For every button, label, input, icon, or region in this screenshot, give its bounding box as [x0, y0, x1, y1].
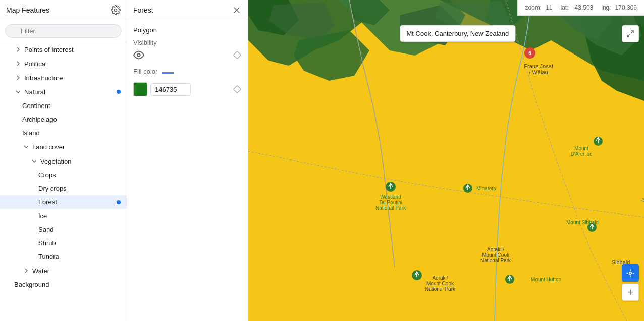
sidebar-item-tundra[interactable]: Tundra — [0, 250, 127, 263]
color-input-row — [133, 82, 242, 96]
tooltip-text: Mt Cook, Canterbury, New Zealand — [406, 30, 509, 37]
svg-text:6: 6 — [528, 50, 531, 56]
fullscreen-icon — [626, 30, 634, 38]
coord-bar: zoom: 11 lat: -43.503 lng: 170.306 — [517, 0, 644, 16]
svg-text:Mount Hutton: Mount Hutton — [531, 277, 561, 282]
zoom-label: zoom: — [525, 4, 542, 11]
zoom-in-button[interactable]: + — [622, 284, 639, 301]
svg-text:/ Wāiau: / Wāiau — [529, 69, 548, 75]
fill-color-row: Fill color — [133, 68, 242, 78]
location-button[interactable] — [622, 264, 639, 282]
location-icon — [626, 269, 635, 278]
svg-point-0 — [115, 9, 117, 11]
section-label: Polygon — [133, 26, 242, 34]
sidebar-item-label: Water — [32, 267, 121, 275]
map-area[interactable]: zoom: 11 lat: -43.503 lng: 170.306 Mt Co… — [248, 0, 644, 321]
svg-point-6 — [137, 54, 140, 57]
diamond-icon-fill[interactable] — [233, 85, 242, 94]
sidebar-item-infrastructure[interactable]: Infrastructure — [0, 71, 127, 85]
sidebar-item-ice[interactable]: Ice — [0, 209, 127, 223]
svg-text:Aoraki /: Aoraki / — [487, 247, 504, 252]
svg-line-53 — [631, 31, 633, 33]
sidebar-item-label: Land cover — [32, 143, 121, 151]
sidebar-item-label: Shrub — [38, 239, 121, 247]
svg-text:Mount: Mount — [574, 146, 588, 151]
sidebar-item-land-cover[interactable]: Land cover — [0, 140, 127, 154]
sidebar-item-label: Tundra — [38, 253, 121, 260]
sidebar-item-label: Sand — [38, 226, 121, 233]
fill-color-line — [162, 72, 174, 74]
svg-line-54 — [627, 34, 630, 37]
lat-value: -43.503 — [573, 4, 594, 11]
svg-text:Minarets: Minarets — [476, 186, 496, 191]
detail-header: Forest — [127, 0, 248, 20]
svg-text:Tai Poutini: Tai Poutini — [379, 200, 402, 205]
sidebar-item-forest[interactable]: Forest — [0, 195, 127, 209]
sidebar-item-label: Natural — [24, 88, 115, 96]
filter-input[interactable] — [5, 24, 122, 38]
svg-text:Mount Cook: Mount Cook — [426, 281, 454, 286]
svg-text:Aoraki/: Aoraki/ — [432, 275, 448, 281]
sidebar-item-dry-crops[interactable]: Dry crops — [0, 182, 127, 195]
sidebar-item-water[interactable]: Water — [0, 263, 127, 278]
sidebar-item-continent[interactable]: Continent — [0, 99, 127, 113]
sidebar-item-label: Points of Interest — [24, 46, 121, 54]
sidebar-item-crops[interactable]: Crops — [0, 168, 127, 182]
sidebar-item-shrub[interactable]: Shrub — [0, 236, 127, 250]
detail-content: Polygon Visibility Fill color — [127, 20, 248, 102]
lng-value: 170.306 — [615, 4, 637, 11]
map-tooltip: Mt Cook, Canterbury, New Zealand — [400, 25, 515, 42]
active-dot — [117, 200, 121, 204]
svg-text:Franz Josef: Franz Josef — [524, 63, 553, 69]
sidebar-item-points-of-interest[interactable]: Points of Interest — [0, 42, 127, 57]
svg-text:National Park: National Park — [480, 258, 511, 263]
sidebar-item-vegetation[interactable]: Vegetation — [0, 154, 127, 168]
svg-text:D'Archiac: D'Archiac — [571, 151, 592, 157]
svg-text:Mount Sibbald: Mount Sibbald — [566, 220, 599, 225]
sidebar-item-background[interactable]: Background — [0, 278, 127, 291]
map-controls: + — [622, 264, 639, 301]
filter-bar — [0, 20, 127, 42]
sidebar-item-label: Political — [24, 60, 121, 68]
tree-container: Points of Interest Political Infrastruct… — [0, 42, 127, 321]
map-svg: 6 Franz Josef / Wāiau WEST COAST CANTERB… — [248, 0, 644, 321]
svg-rect-7 — [234, 51, 241, 59]
visibility-row — [133, 49, 242, 61]
sidebar-item-label: Background — [14, 281, 121, 288]
sidebar-header: Map Features — [0, 0, 127, 20]
sidebar-item-label: Crops — [38, 171, 121, 179]
color-hex-input[interactable] — [150, 83, 191, 96]
fullscreen-button[interactable] — [622, 25, 639, 42]
svg-text:Mount Cook: Mount Cook — [482, 252, 510, 258]
detail-panel: Forest Polygon Visibility Fill color — [127, 0, 248, 321]
eye-icon[interactable] — [133, 49, 144, 61]
sidebar-item-natural[interactable]: Natural — [0, 85, 127, 99]
filter-wrapper — [5, 24, 122, 38]
svg-text:National Park: National Park — [425, 286, 456, 292]
lng-label: lng: — [601, 4, 611, 11]
sidebar-item-label: Continent — [22, 102, 121, 110]
sidebar-item-label: Forest — [38, 198, 115, 206]
sidebar-item-label: Infrastructure — [24, 74, 121, 82]
sidebar-item-island[interactable]: Island — [0, 126, 127, 140]
detail-title: Forest — [133, 6, 153, 14]
sidebar-item-sand[interactable]: Sand — [0, 223, 127, 236]
color-swatch[interactable] — [133, 82, 147, 96]
svg-point-55 — [629, 272, 632, 275]
lat-label: lat: — [561, 4, 569, 11]
sidebar-item-label: Archipelago — [22, 116, 121, 123]
sidebar-item-label: Island — [22, 129, 121, 137]
zoom-in-icon: + — [627, 287, 633, 297]
sidebar-item-label: Ice — [38, 212, 121, 220]
sidebar-item-label: Dry crops — [38, 185, 121, 192]
sidebar-item-label: Vegetation — [40, 157, 121, 165]
sidebar-item-political[interactable]: Political — [0, 57, 127, 71]
svg-text:National Park: National Park — [375, 205, 406, 211]
fill-color-label: Fill color — [133, 68, 157, 75]
gear-icon[interactable] — [111, 5, 121, 15]
close-icon[interactable] — [232, 5, 242, 15]
svg-text:Westland: Westland — [380, 194, 401, 200]
svg-rect-8 — [234, 86, 241, 93]
sidebar-item-archipelago[interactable]: Archipelago — [0, 113, 127, 126]
diamond-icon[interactable] — [233, 50, 242, 60]
